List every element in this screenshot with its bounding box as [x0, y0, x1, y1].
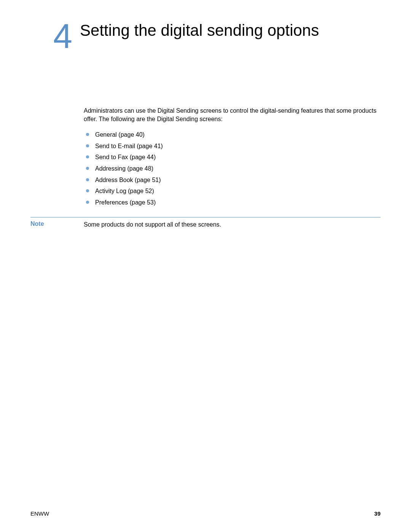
intro-paragraph: Administrators can use the Digital Sendi… [84, 107, 381, 123]
note-block: Note Some products do not support all of… [30, 217, 381, 229]
list-item: Send to E-mail (page 41) [84, 141, 381, 152]
body-section: Administrators can use the Digital Sendi… [84, 107, 381, 208]
chapter-number: 4 [53, 19, 72, 53]
note-label: Note [30, 220, 84, 227]
footer-page-number: 39 [374, 510, 381, 517]
page-container: 4 Setting the digital sending options Ad… [0, 0, 411, 532]
list-item: General (page 40) [84, 129, 381, 141]
chapter-header: 4 Setting the digital sending options [30, 19, 381, 53]
page-footer: ENWW 39 [30, 510, 381, 517]
chapter-title: Setting the digital sending options [80, 19, 319, 40]
list-item: Preferences (page 53) [84, 197, 381, 208]
footer-left-text: ENWW [30, 510, 49, 517]
note-text: Some products do not support all of thes… [84, 220, 221, 229]
list-item: Addressing (page 48) [84, 163, 381, 174]
list-item: Address Book (page 51) [84, 174, 381, 186]
list-item: Send to Fax (page 44) [84, 152, 381, 163]
bullet-list: General (page 40) Send to E-mail (page 4… [84, 129, 381, 208]
list-item: Activity Log (page 52) [84, 185, 381, 197]
